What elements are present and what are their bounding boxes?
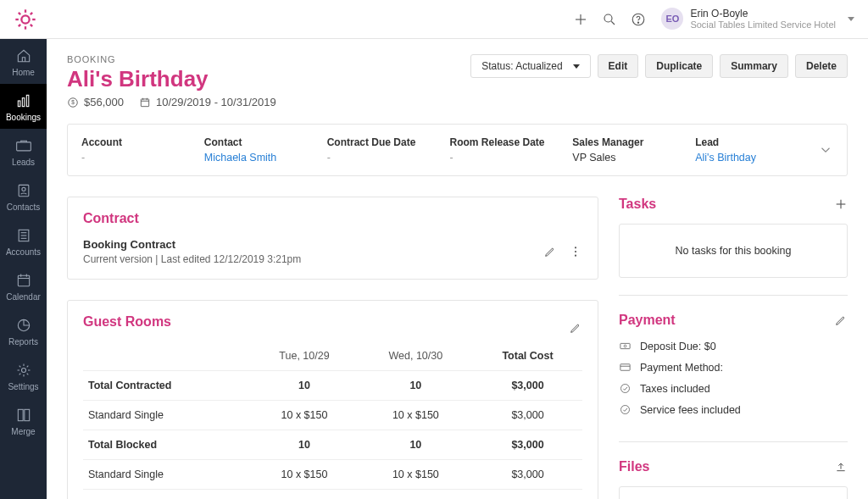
sidebar-item-bookings[interactable]: Bookings <box>0 84 47 129</box>
detail-value[interactable]: Ali's Birthday <box>695 152 818 164</box>
payment-text: Payment Method: <box>640 362 723 374</box>
contract-title: Contract <box>83 211 582 226</box>
add-icon[interactable] <box>834 197 848 211</box>
sidebar-item-calendar[interactable]: Calendar <box>0 263 47 308</box>
guest-rooms-title: Guest Rooms <box>83 314 171 330</box>
svg-rect-44 <box>620 343 630 348</box>
table-cell: 10 <box>250 430 358 460</box>
sidebar-item-label: Home <box>12 68 35 77</box>
table-cell: 10 <box>250 490 358 500</box>
add-icon[interactable] <box>573 12 588 27</box>
svg-point-20 <box>21 187 25 191</box>
detail-col-room-release-date: Room Release Date- <box>449 136 572 164</box>
payment-line: Service fees included <box>619 403 848 416</box>
table-cell: $3,000 <box>473 460 582 490</box>
svg-point-41 <box>575 255 576 257</box>
table-cell: $3,000 <box>473 490 582 500</box>
breadcrumb: BOOKING <box>67 54 276 64</box>
svg-point-49 <box>621 406 630 414</box>
calendar-icon <box>15 272 32 289</box>
table-cell: Total Actual <box>83 490 250 500</box>
payment-text: Deposit Due: $0 <box>640 341 716 352</box>
svg-rect-17 <box>26 95 29 106</box>
payment-line: Deposit Due: $0 <box>619 340 848 352</box>
svg-rect-15 <box>18 101 20 107</box>
sidebar: HomeBookingsLeadsContactsAccountsCalenda… <box>0 39 47 499</box>
svg-point-45 <box>624 345 626 347</box>
pencil-icon[interactable] <box>543 245 557 258</box>
table-cell: Standard Single <box>83 460 250 490</box>
table-row: Standard Single10 x $15010 x $150$3,000 <box>83 401 582 430</box>
pencil-icon[interactable] <box>569 321 582 335</box>
detail-col-contract-due-date: Contract Due Date- <box>327 136 450 164</box>
check-icon <box>619 403 632 416</box>
svg-point-40 <box>575 251 576 252</box>
tasks-title: Tasks <box>619 197 656 212</box>
chevron-down-icon <box>573 64 580 69</box>
sidebar-item-label: Bookings <box>6 113 41 122</box>
table-header <box>83 341 250 371</box>
detail-col-lead[interactable]: LeadAli's Birthday <box>695 136 818 164</box>
payment-line: Payment Method: <box>619 361 848 374</box>
table-header: Total Cost <box>473 341 582 371</box>
leads-icon <box>15 137 32 154</box>
sidebar-item-merge[interactable]: Merge <box>0 398 47 443</box>
user-org: Social Tables Limited Service Hotel <box>690 19 836 30</box>
detail-col-contact[interactable]: ContactMichaela Smith <box>204 136 327 164</box>
status-label: Status: Actualized <box>481 60 562 72</box>
svg-rect-46 <box>620 364 630 371</box>
svg-text:$: $ <box>71 99 75 105</box>
bookings-icon <box>15 92 32 109</box>
duplicate-button[interactable]: Duplicate <box>645 54 713 78</box>
sidebar-item-accounts[interactable]: Accounts <box>0 219 47 263</box>
delete-button[interactable]: Delete <box>795 54 848 78</box>
sidebar-item-label: Leads <box>12 158 35 167</box>
payment-text: Taxes included <box>640 383 710 395</box>
guest-rooms-table: Tue, 10/29Wed, 10/30Total CostTotal Cont… <box>83 341 582 499</box>
svg-line-7 <box>19 24 20 25</box>
table-cell: 10 <box>359 371 473 401</box>
search-icon[interactable] <box>602 12 617 27</box>
detail-col-sales-manager: Sales ManagerVP Sales <box>572 136 695 164</box>
upload-icon[interactable] <box>834 460 848 474</box>
table-cell: 10 <box>359 490 473 500</box>
table-cell: $3,000 <box>473 430 582 460</box>
svg-rect-25 <box>18 275 29 286</box>
detail-col-account: Account- <box>81 136 204 164</box>
sidebar-item-home[interactable]: Home <box>0 39 47 84</box>
help-icon[interactable] <box>631 12 646 27</box>
detail-value: VP Sales <box>572 152 695 164</box>
merge-icon <box>15 407 32 424</box>
svg-rect-16 <box>22 98 25 107</box>
sidebar-item-leads[interactable]: Leads <box>0 129 47 174</box>
sidebar-item-contacts[interactable]: Contacts <box>0 174 47 219</box>
contract-name: Booking Contract <box>83 238 301 251</box>
detail-strip: Account-ContactMichaela SmithContract Du… <box>67 124 848 176</box>
sidebar-item-reports[interactable]: Reports <box>0 308 47 353</box>
more-icon[interactable] <box>569 245 582 258</box>
payment-text: Service fees included <box>640 404 741 416</box>
status-dropdown[interactable]: Status: Actualized <box>470 54 590 78</box>
detail-label: Contract Due Date <box>327 136 450 148</box>
tasks-empty: No tasks for this booking <box>619 224 848 278</box>
accounts-icon <box>15 227 32 244</box>
detail-label: Contact <box>204 136 327 148</box>
table-row: Standard Single10 x $15010 x $150$3,000 <box>83 460 582 490</box>
expand-icon[interactable] <box>818 142 833 158</box>
settings-icon <box>15 362 32 379</box>
summary-button[interactable]: Summary <box>720 54 788 78</box>
sidebar-item-label: Accounts <box>6 247 41 257</box>
edit-button[interactable]: Edit <box>598 54 639 78</box>
svg-point-14 <box>638 22 639 23</box>
table-cell: 10 <box>359 430 473 460</box>
table-header: Tue, 10/29 <box>250 341 358 371</box>
chevron-down-icon <box>848 17 854 21</box>
sidebar-item-settings[interactable]: Settings <box>0 353 47 398</box>
pencil-icon[interactable] <box>834 313 848 327</box>
page-title: Ali's Birthday <box>67 66 276 92</box>
home-icon <box>15 47 32 64</box>
svg-point-30 <box>21 369 25 373</box>
user-menu[interactable]: EO Erin O-Boyle Social Tables Limited Se… <box>661 8 854 31</box>
svg-point-48 <box>621 385 630 393</box>
detail-value[interactable]: Michaela Smith <box>204 152 327 164</box>
